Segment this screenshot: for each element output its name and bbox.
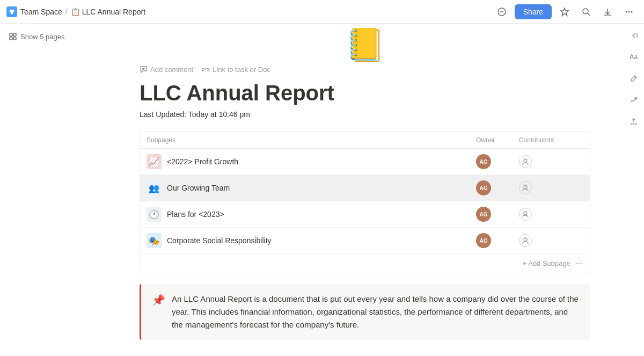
content-area: 📒 Add comment Link to task or Doc <box>107 24 623 356</box>
subpage-icon: 📈 <box>147 154 162 169</box>
contributors-cell <box>519 155 583 168</box>
contributor-placeholder <box>519 181 532 194</box>
show-pages-button[interactable]: Show 5 pages <box>4 30 69 43</box>
last-updated: Last Updated: Today at 10:46 pm <box>140 110 590 119</box>
svg-point-6 <box>583 9 588 14</box>
pin-icon: 📌 <box>152 294 165 307</box>
add-comment-button[interactable]: Add comment <box>140 66 193 74</box>
col-contributors: Contributors <box>519 136 583 144</box>
topbar: Team Space / 📋 LLC Annual Report Share <box>0 0 644 24</box>
owner-avatar: AG <box>476 154 491 169</box>
subpages-table: Subpages Owner Contributors 📈 <2022> Pro… <box>140 132 590 273</box>
doc-emoji-breadcrumb: 📋 <box>71 8 80 16</box>
col-owner: Owner <box>476 136 519 144</box>
subpages-header: Subpages Owner Contributors <box>140 132 590 149</box>
svg-point-9 <box>626 11 627 12</box>
contributor-placeholder <box>519 234 532 247</box>
quote-block: 📌 An LLC Annual Report is a document tha… <box>140 284 590 340</box>
contributor-placeholder <box>519 155 532 168</box>
right-sidebar: Aa <box>623 24 644 356</box>
subpage-icon: 🕐 <box>147 207 162 222</box>
subpage-name: Our Growing Team <box>167 184 230 192</box>
svg-point-2 <box>11 11 13 14</box>
edit-icon-2[interactable] <box>626 92 641 107</box>
table-row[interactable]: 📈 <2022> Profit Growth AG <box>140 149 590 175</box>
svg-point-10 <box>628 11 630 12</box>
left-sidebar: Show 5 pages <box>0 24 107 356</box>
svg-point-20 <box>524 212 527 215</box>
doc-toolbar: Add comment Link to task or Doc <box>140 61 590 80</box>
add-subpage-button[interactable]: + Add Subpage <box>523 259 570 267</box>
owner-cell: AG <box>476 154 519 169</box>
main-layout: Show 5 pages 📒 Add comment <box>0 24 644 356</box>
subpage-name-cell: 🕐 Plans for <2023> <box>147 207 476 222</box>
subpages-rows: 📈 <2022> Profit Growth AG 👥 Our Growing … <box>140 149 590 253</box>
svg-marker-5 <box>561 8 569 16</box>
breadcrumb-separator: / <box>65 8 68 16</box>
subpage-name: Plans for <2023> <box>167 210 224 219</box>
subpages-more-button[interactable]: ⋯ <box>575 258 583 268</box>
subpage-icon: 👥 <box>147 180 162 195</box>
doc-icon-area: 📒 <box>140 24 590 61</box>
subpage-name-cell: 🎭 Corporate Social Responsibility <box>147 233 476 248</box>
svg-point-19 <box>524 185 527 188</box>
svg-rect-12 <box>10 33 12 36</box>
more-button[interactable] <box>620 3 638 20</box>
edit-icon-1[interactable] <box>626 71 641 86</box>
svg-line-7 <box>588 13 590 16</box>
contributor-placeholder <box>519 208 532 221</box>
font-size-icon[interactable]: Aa <box>626 49 641 64</box>
owner-cell: AG <box>476 180 519 195</box>
contributors-cell <box>519 208 583 221</box>
collapse-icon[interactable] <box>626 28 641 43</box>
col-subpages: Subpages <box>147 136 476 144</box>
star-button[interactable] <box>556 3 573 20</box>
search-button[interactable] <box>577 3 595 20</box>
page-title: LLC Annual Report <box>140 80 590 106</box>
contributors-cell <box>519 181 583 194</box>
quote-text: An LLC Annual Report is a document that … <box>172 293 580 331</box>
owner-cell: AG <box>476 207 519 222</box>
table-row[interactable]: 🎭 Corporate Social Responsibility AG <box>140 228 590 253</box>
link-to-task-button[interactable]: Link to task or Doc <box>202 66 270 74</box>
team-space-label[interactable]: Team Space <box>20 8 62 16</box>
breadcrumb: Team Space / 📋 LLC Annual Report <box>6 6 145 17</box>
owner-avatar: AG <box>476 180 491 195</box>
hide-button[interactable] <box>493 3 510 20</box>
table-row[interactable]: 👥 Our Growing Team AG <box>140 175 590 201</box>
owner-avatar: AG <box>476 207 491 222</box>
owner-avatar: AG <box>476 233 491 248</box>
doc-breadcrumb[interactable]: 📋 LLC Annual Report <box>71 8 145 16</box>
owner-cell: AG <box>476 233 519 248</box>
table-row[interactable]: 🕐 Plans for <2023> AG <box>140 201 590 228</box>
svg-point-18 <box>524 159 527 162</box>
svg-point-21 <box>524 238 527 241</box>
contributors-cell <box>519 234 583 247</box>
subpages-footer: + Add Subpage ⋯ <box>140 253 590 273</box>
topbar-right: Share <box>493 3 638 20</box>
subpage-icon: 🎭 <box>147 233 162 248</box>
subpage-name: <2022> Profit Growth <box>167 157 238 166</box>
share-button[interactable]: Share <box>515 4 552 19</box>
document-emoji: 📒 <box>345 29 385 61</box>
svg-rect-14 <box>10 37 12 40</box>
export-icon[interactable] <box>626 114 641 129</box>
svg-rect-15 <box>13 37 16 40</box>
svg-point-11 <box>631 11 633 12</box>
subpage-name-cell: 👥 Our Growing Team <box>147 180 476 195</box>
subpage-name-cell: 📈 <2022> Profit Growth <box>147 154 476 169</box>
download-button[interactable] <box>599 3 616 20</box>
svg-rect-13 <box>13 33 16 36</box>
subpage-name: Corporate Social Responsibility <box>167 236 272 245</box>
team-space-icon <box>6 6 17 17</box>
